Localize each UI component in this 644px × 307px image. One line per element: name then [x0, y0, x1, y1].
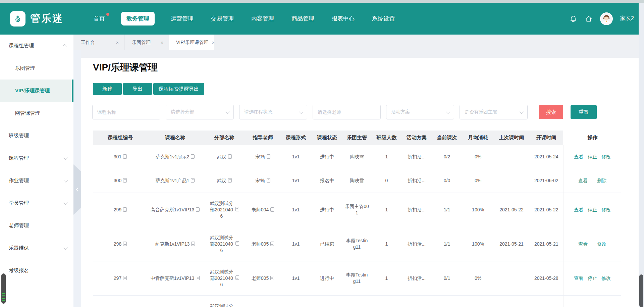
cell-status: 进行中: [312, 193, 342, 227]
cell-course-name: 高音萨克斯1v1VIP13: [148, 193, 203, 227]
sidebar-item-homework[interactable]: 作业管理: [0, 169, 73, 192]
teacher-input[interactable]: [313, 105, 381, 119]
cell-class-size: [372, 295, 401, 307]
tab-close-icon[interactable]: ×: [116, 40, 119, 45]
bell-icon[interactable]: [569, 15, 577, 23]
nav-item-academic[interactable]: 教务管理: [121, 12, 155, 25]
avatar[interactable]: [600, 12, 613, 25]
stop-link[interactable]: 停止: [588, 154, 597, 160]
col-course-name: 课程名称: [148, 131, 203, 145]
copy-icon[interactable]: [267, 154, 270, 159]
nav-item-settings[interactable]: 系统设置: [371, 12, 396, 25]
cell-start-date: 2021-05-22: [529, 193, 564, 227]
copy-icon[interactable]: [191, 154, 195, 159]
nav-item-products[interactable]: 商品管理: [290, 12, 316, 25]
copy-icon[interactable]: [235, 241, 239, 246]
copy-icon[interactable]: [267, 178, 270, 183]
edit-link[interactable]: 修改: [601, 275, 611, 282]
cell-last-class: [494, 145, 529, 169]
tab-vip-lessons-label: VIP/乐理课管理: [176, 40, 208, 46]
sidebar-item-band-management[interactable]: 乐团管理: [0, 57, 73, 80]
edit-link[interactable]: 修改: [597, 241, 606, 247]
copy-icon[interactable]: [196, 207, 200, 212]
home-icon[interactable]: [585, 15, 593, 23]
cell-form: 1v1: [280, 193, 312, 227]
nav-item-operations[interactable]: 运营管理: [169, 12, 195, 25]
copy-icon[interactable]: [235, 207, 239, 211]
copy-icon[interactable]: [123, 276, 127, 280]
cell-lessons: 1/1: [432, 193, 462, 227]
course-status-select[interactable]: 请选课程状态: [239, 105, 307, 119]
copy-icon[interactable]: [123, 207, 127, 212]
delete-link[interactable]: 删除: [597, 177, 606, 184]
app-logo[interactable]: [10, 11, 25, 27]
copy-icon[interactable]: [123, 242, 127, 246]
cell-monthly: 100%: [462, 227, 494, 261]
sidebar-item-teachers[interactable]: 老师管理: [0, 214, 73, 237]
page-scrollbar[interactable]: [639, 3, 644, 307]
activity-plan-select[interactable]: 活动方案: [386, 105, 454, 119]
create-button[interactable]: 新建: [93, 83, 122, 95]
sidebar-item-classes[interactable]: 班级管理: [0, 124, 73, 147]
export-button[interactable]: 导出: [123, 83, 152, 95]
view-link[interactable]: 查看: [574, 275, 583, 282]
sidebar-collapse-handle[interactable]: [73, 164, 81, 215]
band-manager-select[interactable]: 是否有乐团主管: [460, 105, 528, 119]
view-link[interactable]: 查看: [578, 241, 588, 247]
nav-item-content[interactable]: 内容管理: [250, 12, 275, 25]
tab-workbench[interactable]: 工作台 ×: [73, 35, 124, 50]
tab-close-icon[interactable]: ×: [212, 40, 214, 45]
reset-button[interactable]: 重置: [571, 105, 597, 119]
renewal-export-button[interactable]: 课程续费提醒导出: [153, 83, 204, 95]
edit-link[interactable]: 修改: [601, 207, 611, 213]
search-button[interactable]: 搜索: [539, 105, 563, 119]
nav-item-transactions[interactable]: 交易管理: [210, 12, 235, 25]
edit-link[interactable]: 修改: [601, 154, 611, 160]
copy-icon[interactable]: [196, 276, 200, 280]
sidebar-item-vip-lessons[interactable]: VIP/乐理课管理: [0, 80, 73, 102]
stop-link[interactable]: 停止: [588, 207, 597, 213]
table-row: 301 萨克斯1v1演示2 武汉 宋筠 1v1 进行中 陶映雪 1 折扣活...…: [93, 145, 621, 169]
copy-icon[interactable]: [228, 178, 232, 183]
cell-actions: 查看 修改: [564, 227, 621, 261]
course-status-placeholder: 请选课程状态: [244, 109, 272, 115]
window-top-strip: [0, 0, 644, 3]
copy-icon[interactable]: [191, 242, 195, 246]
copy-icon[interactable]: [123, 154, 127, 159]
page-scrollbar-thumb[interactable]: [639, 274, 643, 307]
sidebar-item-instrument-maintenance[interactable]: 乐器维保: [0, 237, 73, 259]
view-link[interactable]: 查看: [578, 177, 588, 184]
nav-item-reports[interactable]: 报表中心: [330, 12, 356, 25]
cell-group-id: [93, 295, 148, 307]
view-link[interactable]: 查看: [574, 154, 583, 160]
col-manager: 乐团主管: [342, 131, 372, 145]
tab-band-management[interactable]: 乐团管理 ×: [124, 35, 169, 50]
sidebar-item-online-lessons[interactable]: 网管课管理: [0, 102, 73, 124]
copy-icon[interactable]: [228, 154, 232, 159]
copy-icon[interactable]: [123, 178, 127, 183]
cell-branch: 武汉测试分部20210406: [203, 227, 246, 261]
sidebar-item-grade-exam[interactable]: 考级报名: [0, 259, 73, 282]
col-teacher: 指导老师: [246, 131, 280, 145]
sidebar-item-course-groups[interactable]: 课程组管理: [0, 35, 73, 57]
sidebar-item-courses[interactable]: 课程管理: [0, 147, 73, 169]
nav-item-home[interactable]: 首页: [92, 12, 106, 25]
stop-link[interactable]: 停止: [588, 275, 597, 282]
copy-icon[interactable]: [235, 275, 239, 280]
copy-icon[interactable]: [270, 276, 274, 280]
table-row: 297 中音萨克斯1v1VIP13 武汉测试分部20210406 老师005 1…: [93, 261, 621, 295]
copy-icon[interactable]: [270, 207, 274, 212]
view-link[interactable]: 查看: [574, 207, 583, 213]
cell-monthly: [462, 295, 494, 307]
header-right: 家长2: [569, 12, 634, 25]
tab-vip-lessons[interactable]: VIP/乐理课管理 ×: [169, 35, 214, 50]
cell-plan: 折扣活...: [401, 261, 432, 295]
sidebar-item-students[interactable]: 学员管理: [0, 192, 73, 214]
tab-close-icon[interactable]: ×: [161, 40, 163, 45]
copy-icon[interactable]: [270, 242, 274, 246]
branch-select[interactable]: 请选择分部: [166, 105, 234, 119]
course-name-input[interactable]: [92, 105, 160, 119]
copy-icon[interactable]: [191, 178, 195, 183]
sidebar-scrollbar-thumb[interactable]: [1, 273, 6, 304]
cell-lessons: 0/2: [432, 145, 462, 169]
